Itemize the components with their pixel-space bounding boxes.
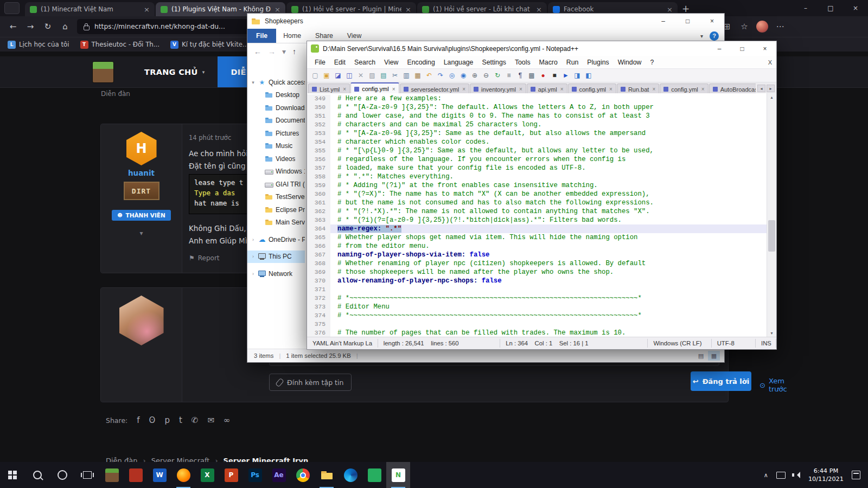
menu-help[interactable]: ? [646,59,658,66]
tab-close-icon[interactable]: × [392,86,395,92]
speaker-icon[interactable] [794,472,800,478]
taskbar-app-minecraft[interactable] [100,462,124,488]
email-icon[interactable]: ✉ [207,415,214,425]
taskbar-app-firefox[interactable] [171,462,195,488]
sidebar-item-videos[interactable]: Videos [247,152,305,165]
tab-close-icon[interactable]: × [560,86,564,92]
notepadpp-title-bar[interactable]: D:\Main Server\Survival\16.5 Main Surviv… [307,41,776,56]
menu-file[interactable]: File [310,59,330,66]
open-file-icon[interactable]: ▣ [322,70,331,80]
browser-tab[interactable]: (1) Minecraft Việt Nam× [25,2,155,16]
scroll-up-icon[interactable]: ▴ [767,93,776,101]
taskbar-app-word[interactable]: W [148,462,171,488]
back-icon[interactable]: ← [254,47,261,56]
sidebar-item-testserver[interactable]: TestServer [247,191,305,204]
menu-window[interactable]: Window [614,59,646,66]
menu-view[interactable]: View [380,59,403,66]
word-wrap-icon[interactable]: ≡ [504,70,514,80]
minecraft-logo-icon[interactable] [92,61,114,83]
taskbar-app-powerpoint[interactable]: P [219,462,243,488]
close-button[interactable]: × [700,14,724,29]
forward-icon[interactable]: → [22,22,39,31]
username-link[interactable]: huanit [128,169,155,177]
menu-plugins[interactable]: Plugins [583,59,613,66]
sidebar-item-music[interactable]: Music [247,140,305,153]
clock[interactable]: 6:44 PM 10/11/2021 [808,467,844,484]
tab-close-icon[interactable]: × [343,86,346,92]
avatar[interactable] [119,296,164,345]
sidebar-item-giai-tri-d-[interactable]: GIAI TRI (D:) [247,178,305,191]
menu-run[interactable]: Run [562,59,583,66]
undo-icon[interactable]: ↶ [424,70,434,80]
tab-scroll-left-icon[interactable]: ◂ [757,85,765,92]
tab-close-icon[interactable]: × [519,86,522,92]
tumblr-icon[interactable]: t [179,415,182,425]
replace-icon[interactable]: ◉ [458,70,468,80]
copy-icon[interactable]: ▥ [401,70,411,80]
tab-close-icon[interactable]: × [609,86,612,92]
sidebar-item-network[interactable]: ›Network [247,267,305,280]
document-tab[interactable]: serverselector.yml× [400,84,469,94]
home-icon[interactable]: ⌂ [56,22,74,31]
taskbar-app-photoshop[interactable]: Ps [243,462,267,488]
expand-chevron-icon[interactable]: ▾ [139,229,143,237]
new-file-icon[interactable]: ▢ [310,70,320,80]
taskbar-app-after-effects[interactable]: Ae [267,462,291,488]
sidebar-item-eclipse-proj-[interactable]: Eclipse Proj... [247,203,305,216]
task-view-button[interactable] [75,462,100,488]
taskbar-app-green-app[interactable] [362,462,386,488]
bookmark-item[interactable]: VKí tự đặc biệt Vkite... [170,41,248,49]
close-button[interactable]: × [843,0,868,16]
tab-close-icon[interactable]: × [144,5,150,14]
zoom-in-icon[interactable]: ⊕ [470,70,480,80]
close-button[interactable]: × [754,41,776,56]
taskbar-app-file-explorer[interactable] [315,462,339,488]
reddit-icon[interactable]: ʘ [149,415,156,425]
browser-app-icon[interactable] [4,2,20,14]
new-tab-button[interactable]: + [678,3,694,14]
menu-search[interactable]: Search [350,59,380,66]
document-tab[interactable]: inventory.yml× [470,84,526,94]
post-reply-button[interactable]: ↩ Đăng trả lời [691,371,751,391]
taskbar-app-red-app[interactable] [124,462,148,488]
menu-language[interactable]: Language [439,59,478,66]
bookmark-item[interactable]: TThesieutoc - Đổi Th... [80,41,160,49]
maximize-button[interactable]: □ [731,41,754,56]
bookmark-item[interactable]: LLịch học của tôi [8,41,69,49]
favorites-icon[interactable]: ☆ [736,22,753,31]
search-button[interactable] [25,462,50,488]
sidebar-item-desktop[interactable]: Desktop [247,89,305,102]
document-tab[interactable]: config.yml× [350,82,399,94]
preview-link[interactable]: ⊙ Xem trước [760,377,787,393]
document-tab[interactable]: config.yml× [568,84,616,94]
sidebar-item-quick-access[interactable]: ▾★Quick access [247,76,305,89]
stop-macro-icon[interactable]: ■ [550,70,559,80]
document-tab[interactable]: List.yml× [308,84,350,94]
find-icon[interactable]: ◎ [447,70,457,80]
tab-close-icon[interactable]: × [405,5,411,14]
menu-tools[interactable]: Tools [510,59,535,66]
maximize-button[interactable]: □ [818,0,843,16]
close-icon[interactable]: ✕ [356,70,366,80]
ribbon-tab-home[interactable]: Home [276,29,308,43]
save-icon[interactable]: ◪ [333,70,343,80]
taskbar-app-chrome[interactable] [291,462,315,488]
tab-close-icon[interactable]: × [536,5,542,14]
post-timestamp[interactable]: 14 phút trước [189,134,231,142]
zoom-out-icon[interactable]: ⊖ [481,70,491,80]
tab-close-icon[interactable]: × [701,86,705,92]
sidebar-item-windows-10[interactable]: Windows 10 [247,165,305,178]
close-document-x[interactable]: X [768,59,772,66]
save-all-icon[interactable]: ◫ [344,70,354,80]
minimize-button[interactable]: – [651,14,675,29]
scroll-down-icon[interactable]: ▾ [767,329,776,337]
menu-icon[interactable]: ⋯ [771,22,789,31]
ribbon-expand-chevron-icon[interactable]: ▾ [694,33,710,39]
avatar[interactable]: H [126,132,157,165]
help-icon[interactable]: ? [710,31,719,41]
indent-guide-icon[interactable]: ▩ [527,70,537,80]
profile-avatar[interactable] [756,21,768,33]
show-symbols-icon[interactable]: ¶ [515,70,525,80]
sidebar-item-main-server[interactable]: Main Server [247,216,305,229]
doc-monitor-icon[interactable]: ◨ [572,70,582,80]
